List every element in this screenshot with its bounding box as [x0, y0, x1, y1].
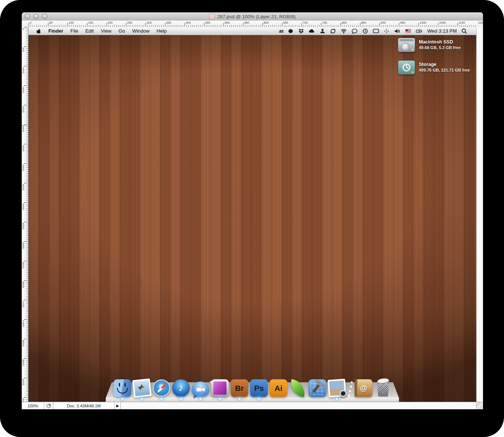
dots-diamond-icon[interactable] — [384, 28, 390, 34]
addressbook-icon: @ — [355, 379, 372, 397]
time-machine-drive-icon[interactable] — [398, 60, 415, 75]
volume-icon[interactable] — [394, 28, 400, 34]
ruler-label: 100 — [69, 21, 74, 24]
desktop-icon-storage[interactable]: Storage 499.76 GB, 221.71 GB free — [398, 60, 470, 75]
dock-item-finder[interactable] — [114, 379, 131, 397]
zoom-button[interactable] — [42, 14, 47, 19]
ruler-label: 400 — [22, 184, 26, 191]
drive-name[interactable]: Macintosh SSD — [419, 39, 460, 45]
status-pie-icon[interactable] — [44, 402, 53, 409]
menu-item-edit[interactable]: Edit — [86, 28, 94, 34]
zoom-level-field[interactable]: 100% — [22, 402, 44, 409]
status-bar-menu-arrow[interactable]: ▶ — [115, 402, 121, 409]
desktop-menubar: Finder File Edit View Go Window Help as — [28, 27, 476, 35]
ruler-label: 600 — [22, 262, 26, 269]
window-title: 287.psd @ 100% (Layer 21, RGB/8) — [209, 14, 296, 19]
time-machine-icon[interactable] — [362, 28, 368, 34]
document-proxy-icon[interactable] — [209, 14, 215, 19]
dock-item-photoshop[interactable]: Ps — [250, 379, 268, 397]
ruler-label: 550 — [244, 21, 249, 24]
dock-item-safari[interactable] — [153, 379, 170, 397]
dropbox-icon[interactable] — [298, 28, 304, 34]
dock-item-illustrator[interactable]: Ai — [270, 379, 287, 397]
horizontal-scrollbar[interactable] — [121, 402, 476, 409]
chat-bubble-icon[interactable] — [351, 28, 358, 34]
ruler-label: 0 — [22, 28, 26, 30]
ruler-label: 1100 — [459, 21, 465, 24]
addressbook-badge: @ — [355, 379, 372, 397]
lastfm-icon[interactable]: as — [279, 28, 283, 34]
ruler-label: 900 — [381, 21, 386, 24]
running-indicator — [140, 397, 144, 401]
internal-drive-icon[interactable] — [398, 38, 415, 52]
apple-menu-icon[interactable] — [36, 28, 41, 34]
ruler-label: 800 — [342, 21, 346, 24]
purple-icon — [211, 379, 229, 397]
dock-item-bridge[interactable]: Br — [231, 379, 248, 397]
dock-item-preview[interactable] — [328, 379, 346, 397]
running-indicator — [121, 397, 124, 401]
box-icon[interactable] — [288, 28, 294, 34]
spotlight-icon[interactable] — [461, 28, 467, 34]
document-status-bar: 100% Doc: 3.43M/48.1M ▶ — [22, 402, 483, 409]
photoshop-icon: Ps — [250, 379, 268, 397]
resize-grip[interactable] — [476, 402, 483, 409]
ruler-label: 750 — [22, 320, 26, 327]
menubar-clock[interactable]: Wed 3:13 PM — [427, 28, 457, 34]
vertical-ruler[interactable]: 0501001502002503003504004505005506006507… — [22, 27, 28, 402]
drive-led — [412, 72, 413, 73]
drive-led — [412, 49, 413, 51]
ruler-label: 650 — [22, 281, 26, 288]
time-machine-clock-icon — [401, 62, 412, 73]
safari-icon — [153, 379, 170, 397]
drive-info: 499.76 GB, 221.71 GB free — [419, 68, 470, 72]
dock-item-mail[interactable] — [133, 379, 151, 397]
dock-item-xcode[interactable] — [309, 379, 326, 397]
drive-name[interactable]: Storage — [419, 62, 470, 67]
display-icon[interactable] — [373, 28, 379, 34]
ruler-label: 350 — [22, 165, 26, 171]
dock-item-addressbook[interactable]: @ — [355, 379, 372, 397]
ruler-label: 700 — [22, 301, 26, 308]
dock-item-ichat[interactable] — [192, 382, 209, 397]
ruler-label: 0 — [30, 21, 31, 24]
ruler-label: 150 — [22, 87, 26, 93]
wifi-icon[interactable] — [340, 28, 347, 34]
dock-item-leaf[interactable] — [289, 379, 307, 397]
menu-item-view[interactable]: View — [101, 28, 111, 34]
menu-item-file[interactable]: File — [70, 28, 78, 34]
ruler-label: 600 — [264, 21, 268, 24]
menu-item-help[interactable]: Help — [157, 28, 167, 34]
menu-item-finder[interactable]: Finder — [48, 28, 63, 34]
window-titlebar[interactable]: 287.psd @ 100% (Layer 21, RGB/8) — [22, 12, 483, 21]
vertical-scrollbar[interactable] — [476, 27, 483, 402]
sync-icon[interactable] — [330, 28, 336, 34]
ruler-label: 200 — [108, 21, 112, 24]
dock-item-trash[interactable] — [374, 379, 392, 397]
us-flag-icon[interactable] — [405, 28, 411, 34]
ruler-label: 900 — [22, 379, 26, 386]
ruler-label: 450 — [205, 21, 210, 24]
ruler-label: 700 — [303, 21, 308, 24]
mail-icon — [132, 379, 152, 398]
user-icon[interactable] — [320, 28, 326, 34]
battery-icon[interactable] — [416, 28, 423, 34]
close-button[interactable] — [25, 14, 30, 19]
ruler-label: 950 — [400, 21, 405, 24]
illustrator-icon: Ai — [270, 379, 287, 397]
document-canvas[interactable]: Macintosh SSD 49.68 GB, 5.3 GB free Stor… — [28, 27, 476, 402]
ruler-label: 850 — [22, 359, 26, 366]
dock-item-itunes[interactable]: ♪ — [172, 379, 190, 397]
doc-size-indicator[interactable]: Doc: 3.43M/48.1M — [53, 402, 115, 409]
finder-icon — [114, 379, 131, 397]
dock-item-purple[interactable] — [211, 379, 229, 397]
menu-item-window[interactable]: Window — [132, 28, 149, 34]
menu-item-go[interactable]: Go — [118, 28, 125, 34]
cloud-icon[interactable] — [309, 28, 315, 34]
desktop-icon-macintosh-ssd[interactable]: Macintosh SSD 49.68 GB, 5.3 GB free — [398, 38, 460, 52]
horizontal-ruler[interactable]: 0501001502002503003504004505005506006507… — [22, 21, 483, 27]
preview-icon — [327, 379, 346, 397]
ruler-label: 250 — [127, 21, 132, 24]
minimize-button[interactable] — [33, 14, 39, 19]
desktop-wallpaper — [28, 27, 476, 402]
